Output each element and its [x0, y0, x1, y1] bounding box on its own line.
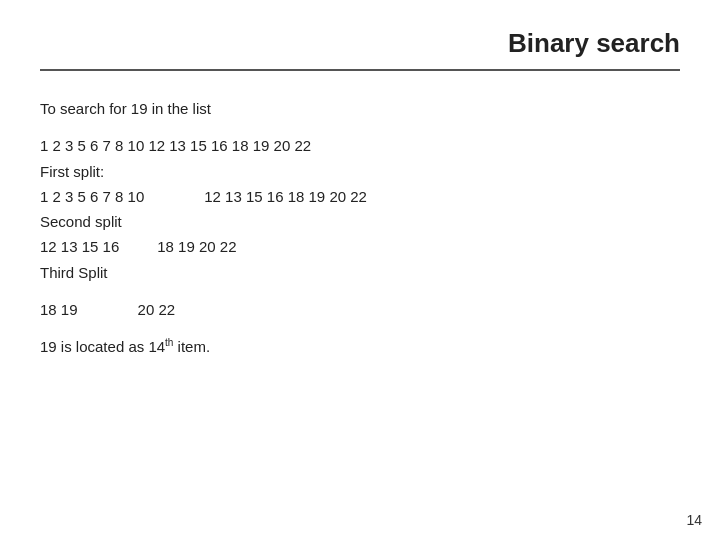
conclusion-line: 19 is located as 14th item.	[40, 335, 680, 358]
divider	[40, 69, 680, 71]
intro-line: To search for 19 in the list	[40, 97, 680, 120]
first-split-values: 1 2 3 5 6 7 8 10 12 13 15 16 18 19 20 22	[40, 185, 680, 208]
fourth-line: 18 19 20 22	[40, 298, 680, 321]
second-split-values: 12 13 15 16 18 19 20 22	[40, 235, 680, 258]
fourth-left: 18 19	[40, 298, 78, 321]
first-split-label: First split:	[40, 160, 680, 183]
first-split-left: 1 2 3 5 6 7 8 10	[40, 185, 144, 208]
third-split-label: Third Split	[40, 261, 680, 284]
page-title: Binary search	[40, 0, 680, 69]
fourth-right: 20 22	[138, 298, 176, 321]
content-area: To search for 19 in the list 1 2 3 5 6 7…	[40, 89, 680, 358]
first-split-right: 12 13 15 16 18 19 20 22	[204, 185, 367, 208]
conclusion-prefix: 19 is located as 14	[40, 338, 165, 355]
second-split-right: 18 19 20 22	[157, 235, 236, 258]
second-split-label: Second split	[40, 210, 680, 233]
page-number: 14	[686, 512, 702, 528]
second-split-left: 12 13 15 16	[40, 235, 119, 258]
list-line: 1 2 3 5 6 7 8 10 12 13 15 16 18 19 20 22	[40, 134, 680, 157]
conclusion-suffix: item.	[173, 338, 210, 355]
page: Binary search To search for 19 in the li…	[0, 0, 720, 540]
